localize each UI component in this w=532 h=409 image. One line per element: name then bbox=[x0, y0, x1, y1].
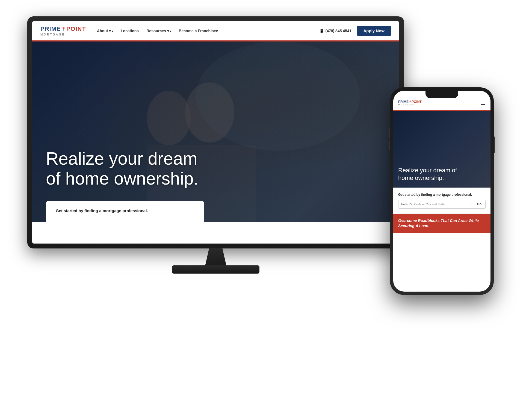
search-box-label: Get started by finding a mortgage profes… bbox=[56, 208, 194, 213]
phone-hero-text: Realize your dream of home ownership. bbox=[398, 167, 457, 182]
phone-screen: PRIME 📍 POINT MORTGAGE ☰ bbox=[393, 91, 490, 292]
nav-resources[interactable]: Resources ▾ bbox=[146, 29, 171, 33]
apply-now-button[interactable]: Apply Now bbox=[357, 26, 391, 36]
logo-point-text: POINT bbox=[66, 25, 86, 32]
phone-vol-up bbox=[389, 128, 390, 138]
phone-cta-text: Overcome Roadblocks That Can Arise While… bbox=[398, 218, 486, 229]
scene: PRIME 📍 POINT MORTGAGE About ▾ Locations… bbox=[0, 0, 532, 409]
monitor-stand-base bbox=[172, 265, 259, 274]
hero-headline-line2: of home ownership. bbox=[46, 169, 199, 188]
hero-people-graphic bbox=[32, 42, 399, 222]
logo-pin-icon: 📍 bbox=[61, 27, 66, 31]
desktop-logo: PRIME 📍 POINT MORTGAGE bbox=[40, 25, 86, 36]
hero-text-block: Realize your dream of home ownership. bbox=[46, 149, 199, 189]
phone-hero-headline: Realize your dream of home ownership. bbox=[398, 167, 457, 182]
phone-search-box: Get started by finding a mortgage profes… bbox=[393, 188, 490, 214]
phone-go-button[interactable]: Go bbox=[473, 200, 485, 208]
phone-logo-point: POINT bbox=[412, 100, 422, 104]
phone-notch bbox=[425, 91, 458, 98]
phone-headline-line2: home ownership. bbox=[398, 174, 444, 181]
mobile-phone: PRIME 📍 POINT MORTGAGE ☰ bbox=[390, 87, 494, 295]
phone-logo-prime: PRIME bbox=[398, 100, 409, 104]
phone-power-button bbox=[494, 137, 495, 153]
phone-vol-down bbox=[389, 141, 390, 150]
phone-logo-pin-icon: 📍 bbox=[409, 100, 412, 103]
nav-phone-number: (478) 845 4541 bbox=[326, 29, 351, 33]
phone-search-input[interactable] bbox=[398, 200, 469, 208]
svg-point-3 bbox=[196, 42, 360, 151]
svg-point-0 bbox=[147, 91, 191, 145]
phone-logo: PRIME 📍 POINT MORTGAGE bbox=[398, 100, 481, 106]
desktop-search-box: Get started by finding a mortgage profes… bbox=[46, 201, 204, 222]
phone-website: PRIME 📍 POINT MORTGAGE ☰ bbox=[393, 91, 490, 292]
nav-locations[interactable]: Locations bbox=[121, 29, 139, 33]
phone-logo-mortgage: MORTGAGE bbox=[398, 104, 481, 106]
desktop-nav: PRIME 📍 POINT MORTGAGE About ▾ Locations… bbox=[32, 21, 399, 40]
desktop-monitor: PRIME 📍 POINT MORTGAGE About ▾ Locations… bbox=[27, 16, 404, 278]
monitor-stand-neck bbox=[205, 248, 227, 267]
nav-phone[interactable]: 📱 (478) 845 4541 bbox=[319, 29, 351, 33]
phone-search-divider: | bbox=[469, 202, 473, 207]
nav-about[interactable]: About ▾ bbox=[97, 29, 113, 33]
phone-search-label: Get started by finding a mortgage profes… bbox=[398, 192, 486, 197]
monitor-frame: PRIME 📍 POINT MORTGAGE About ▾ Locations… bbox=[27, 16, 404, 248]
phone-volume-buttons bbox=[389, 128, 390, 150]
phone-search-input-row[interactable]: | Go bbox=[398, 200, 486, 209]
hero-headline-line1: Realize your dream bbox=[46, 149, 197, 168]
phone-cta-section: Overcome Roadblocks That Can Arise While… bbox=[393, 214, 490, 233]
desktop-nav-links: About ▾ Locations Resources ▾ Become a F… bbox=[97, 29, 319, 33]
phone-frame: PRIME 📍 POINT MORTGAGE ☰ bbox=[390, 87, 494, 295]
logo-mortgage-text: MORTGAGE bbox=[40, 33, 86, 36]
monitor-screen: PRIME 📍 POINT MORTGAGE About ▾ Locations… bbox=[32, 21, 399, 244]
nav-franchisee[interactable]: Become a Franchisee bbox=[179, 29, 218, 33]
phone-headline-line1: Realize your dream of bbox=[398, 167, 457, 174]
logo-prime-text: PRIME bbox=[40, 25, 61, 32]
desktop-hero: Realize your dream of home ownership. Ge… bbox=[32, 42, 399, 222]
phone-icon: 📱 bbox=[319, 29, 324, 33]
phone-hero-section: Realize your dream of home ownership. bbox=[393, 111, 490, 188]
hamburger-menu-icon[interactable]: ☰ bbox=[481, 100, 486, 106]
hero-headline: Realize your dream of home ownership. bbox=[46, 149, 199, 189]
